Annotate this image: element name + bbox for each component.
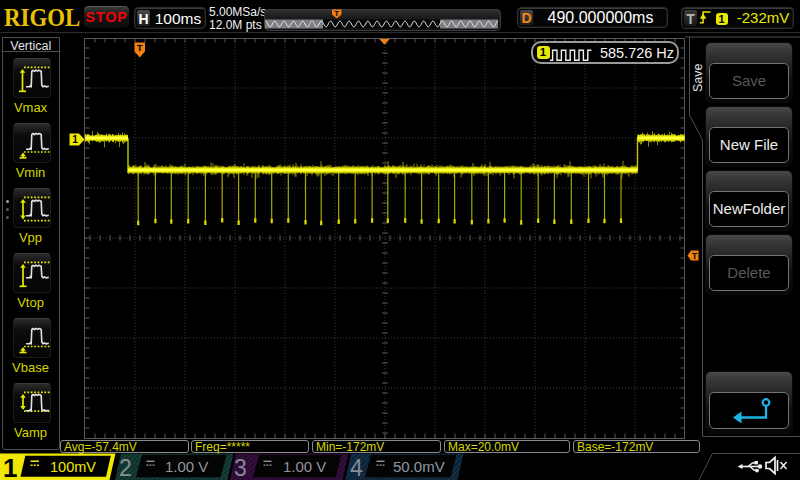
svg-text:2: 2 [119,455,132,480]
svg-text:1: 1 [3,453,17,480]
svg-text:100mV: 100mV [50,459,96,475]
svg-text:1.00 V: 1.00 V [165,458,208,475]
svg-text:1.00 V: 1.00 V [283,458,326,475]
svg-text:4: 4 [350,455,363,480]
svg-text:1: 1 [72,134,78,145]
svg-text:T: T [137,42,143,53]
svg-text:T: T [334,9,339,18]
svg-text:3: 3 [234,455,247,480]
svg-text:50.0mV: 50.0mV [393,458,445,475]
